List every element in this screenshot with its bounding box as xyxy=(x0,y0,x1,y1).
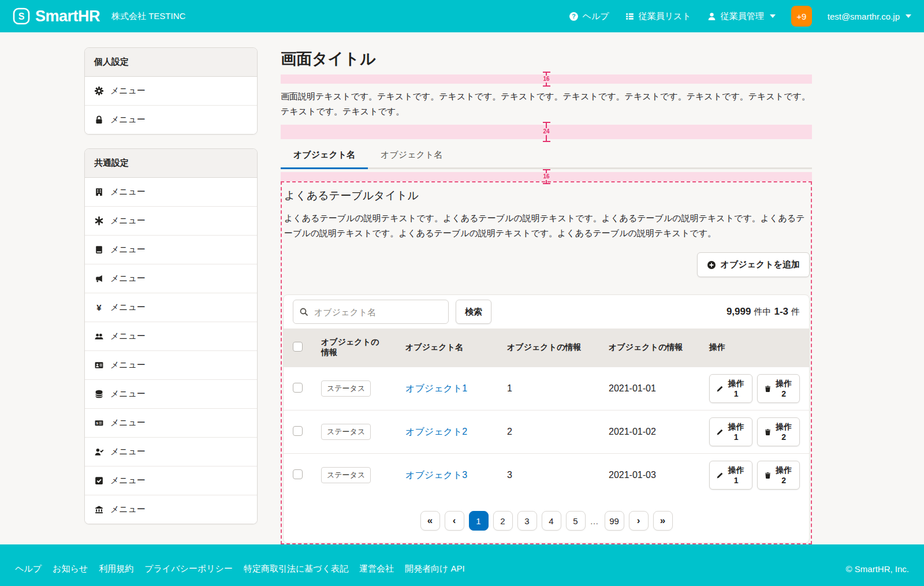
object-date: 2021-01-03 xyxy=(599,454,700,497)
users-icon xyxy=(94,331,104,341)
table-section: よくあるテーブルタイトル よくあるテーブルの説明テキストです。よくあるテーブルの… xyxy=(281,181,812,545)
sidebar-item-label: メニュー xyxy=(110,331,146,342)
sidebar-item-menu[interactable]: メニュー xyxy=(85,235,257,264)
footer-link-help[interactable]: ヘルプ xyxy=(15,563,42,574)
sidebar-group-personal: 個人設定 メニュー メニュー xyxy=(84,47,258,135)
add-object-button[interactable]: オブジェクトを追加 xyxy=(697,252,810,277)
tab-object-name-active[interactable]: オブジェクト名 xyxy=(281,143,368,169)
page-body: 個人設定 メニュー メニュー 共通設定 xyxy=(0,32,924,544)
pencil-icon xyxy=(716,385,724,393)
pagination-page-3[interactable]: 3 xyxy=(517,511,537,531)
sidebar-item-menu[interactable]: メニュー xyxy=(85,350,257,379)
money-check-icon: s xyxy=(94,418,104,428)
notification-badge[interactable]: +9 xyxy=(791,6,812,27)
tab-object-name[interactable]: オブジェクト名 xyxy=(368,143,455,169)
top-header: S SmartHR 株式会社 TESTINC ? ヘルプ 従業員リスト xyxy=(0,0,924,32)
footer-link-news[interactable]: お知らせ xyxy=(53,563,88,574)
nav-employee-admin-label: 従業員管理 xyxy=(721,11,764,22)
sidebar-item-menu[interactable]: メニュー xyxy=(85,322,257,350)
footer-link-commercial-law[interactable]: 特定商取引法に基づく表記 xyxy=(244,563,348,574)
spacing-measure: 16 xyxy=(542,169,551,184)
spacing-measure: 16 xyxy=(542,72,551,87)
smarthr-logo[interactable]: S SmartHR xyxy=(13,8,100,25)
edit-action-button[interactable]: 操作1 xyxy=(709,417,752,446)
search-input[interactable] xyxy=(293,300,449,324)
object-info: 1 xyxy=(498,367,599,410)
sidebar-item-label: メニュー xyxy=(110,417,146,428)
landmark-icon xyxy=(94,505,104,514)
sidebar-item-menu[interactable]: メニュー xyxy=(85,178,257,206)
column-header: オブジェクト名 xyxy=(396,329,498,367)
object-link[interactable]: オブジェクト2 xyxy=(405,427,467,436)
result-total: 9,999 xyxy=(726,306,751,318)
pagination-page-2[interactable]: 2 xyxy=(493,511,513,531)
result-count: 9,999 件中 1-3 件 xyxy=(726,306,800,318)
spacing-measure: 24 xyxy=(542,122,551,142)
sidebar-item-menu[interactable]: メニュー xyxy=(85,495,257,524)
delete-action-button[interactable]: 操作2 xyxy=(757,417,800,446)
row-checkbox[interactable] xyxy=(293,426,303,436)
object-link[interactable]: オブジェクト3 xyxy=(405,470,467,480)
pagination-next-button[interactable]: › xyxy=(629,511,649,531)
pagination-prev-button[interactable]: ‹ xyxy=(445,511,464,531)
nav-help[interactable]: ? ヘルプ xyxy=(569,11,609,22)
sidebar-item-menu[interactable]: メニュー xyxy=(85,264,257,293)
row-checkbox[interactable] xyxy=(293,383,303,393)
footer-link-terms[interactable]: 利用規約 xyxy=(99,563,133,574)
sidebar-group-title: 共通設定 xyxy=(85,149,257,178)
check-square-icon xyxy=(94,476,104,486)
id-card-icon xyxy=(94,360,104,370)
pagination-page-5[interactable]: 5 xyxy=(566,511,586,531)
sidebar-item-label: メニュー xyxy=(110,504,146,515)
sidebar-item-menu[interactable]: ¥ メニュー xyxy=(85,293,257,322)
smarthr-logo-icon: S xyxy=(13,8,30,25)
delete-action-button[interactable]: 操作2 xyxy=(757,374,800,403)
sidebar: 個人設定 メニュー メニュー 共通設定 xyxy=(84,47,258,544)
logo-text: SmartHR xyxy=(35,8,100,25)
search-button[interactable]: 検索 xyxy=(456,300,491,324)
nav-employee-list[interactable]: 従業員リスト xyxy=(625,11,691,22)
account-menu[interactable]: test@smarthr.co.jp xyxy=(828,12,911,21)
sidebar-item-menu[interactable]: メニュー xyxy=(85,77,257,105)
book-icon xyxy=(94,245,104,255)
delete-action-button[interactable]: 操作2 xyxy=(757,461,800,490)
copyright: © SmartHR, Inc. xyxy=(846,564,909,574)
plus-circle-icon xyxy=(707,260,716,270)
table-card: 検索 9,999 件中 1-3 件 オブジェクトの情報 xyxy=(283,294,810,543)
sidebar-item-menu[interactable]: メニュー xyxy=(85,206,257,235)
yen-icon: ¥ xyxy=(94,303,104,312)
footer-link-privacy[interactable]: プライバシーポリシー xyxy=(144,563,233,574)
sidebar-item-menu[interactable]: s メニュー xyxy=(85,408,257,437)
svg-text:¥: ¥ xyxy=(96,303,102,312)
spacing-annotation-16: 16 xyxy=(281,172,812,181)
sidebar-item-menu[interactable]: メニュー xyxy=(85,105,257,134)
object-link[interactable]: オブジェクト1 xyxy=(405,383,467,393)
object-date: 2021-01-01 xyxy=(599,367,700,410)
row-actions: 操作1 操作2 xyxy=(709,417,800,446)
pagination-last-button[interactable]: » xyxy=(653,511,673,531)
status-badge: ステータス xyxy=(321,424,371,440)
edit-action-button[interactable]: 操作1 xyxy=(709,461,752,490)
pagination-page-1[interactable]: 1 xyxy=(469,511,489,531)
trash-icon xyxy=(764,385,772,393)
row-checkbox[interactable] xyxy=(293,469,303,479)
footer-link-company[interactable]: 運営会社 xyxy=(359,563,394,574)
svg-text:s: s xyxy=(96,421,98,425)
edit-action-button[interactable]: 操作1 xyxy=(709,374,752,403)
sidebar-item-menu[interactable]: メニュー xyxy=(85,379,257,408)
sidebar-item-menu[interactable]: メニュー xyxy=(85,466,257,495)
pagination-page-4[interactable]: 4 xyxy=(542,511,561,531)
sidebar-item-label: メニュー xyxy=(110,302,146,313)
nav-employee-list-label: 従業員リスト xyxy=(639,11,691,22)
lock-icon xyxy=(94,115,104,125)
sidebar-item-menu[interactable]: メニュー xyxy=(85,437,257,466)
sidebar-item-label: メニュー xyxy=(110,114,146,125)
svg-text:S: S xyxy=(18,12,25,21)
nav-employee-admin[interactable]: 従業員管理 xyxy=(707,11,776,22)
select-all-checkbox[interactable] xyxy=(293,342,303,352)
pagination-first-button[interactable]: « xyxy=(420,511,440,531)
pagination-page-99[interactable]: 99 xyxy=(605,511,624,531)
sidebar-item-label: メニュー xyxy=(110,446,146,457)
svg-text:?: ? xyxy=(572,13,575,20)
footer-link-developer-api[interactable]: 開発者向け API xyxy=(405,563,465,574)
